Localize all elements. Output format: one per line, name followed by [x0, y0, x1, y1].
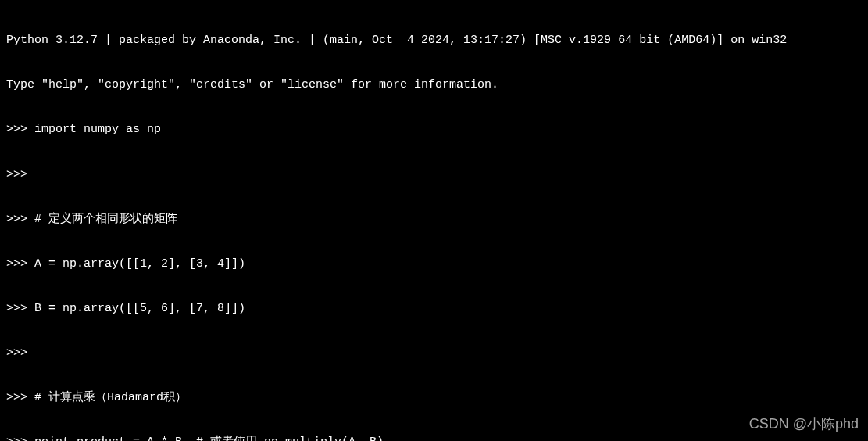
repl-line: >>> # 计算点乘（Hadamard积）: [6, 390, 862, 405]
terminal-output[interactable]: Python 3.12.7 | packaged by Anaconda, In…: [6, 3, 862, 441]
repl-line: >>> point_product = A * B # 或者使用 np.mult…: [6, 435, 862, 441]
repl-line: >>> B = np.array([[5, 6], [7, 8]]): [6, 301, 862, 316]
python-intro-line: Type "help", "copyright", "credits" or "…: [6, 77, 862, 92]
repl-line: >>>: [6, 346, 862, 360]
repl-line: >>> import numpy as np: [6, 122, 862, 137]
repl-line: >>>: [6, 167, 862, 182]
python-version-line: Python 3.12.7 | packaged by Anaconda, In…: [6, 33, 862, 48]
repl-line: >>> A = np.array([[1, 2], [3, 4]]): [6, 256, 862, 271]
repl-line: >>> # 定义两个相同形状的矩阵: [6, 212, 862, 227]
